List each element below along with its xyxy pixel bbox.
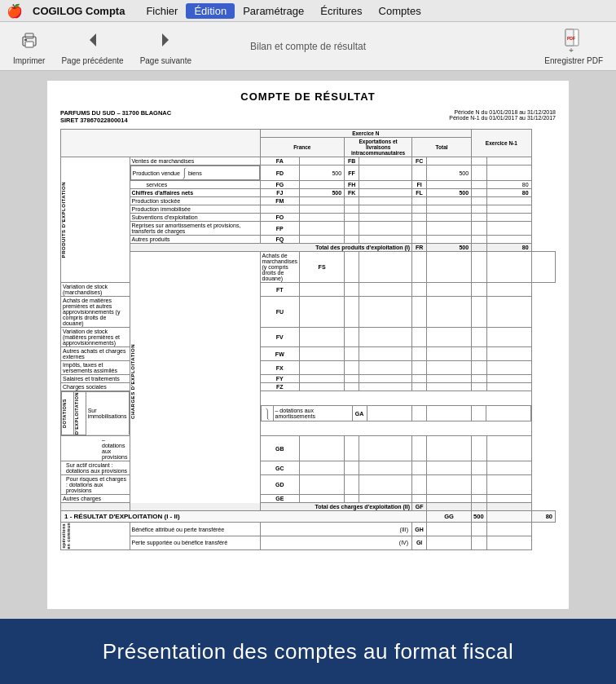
prod-biens-n1 bbox=[486, 165, 531, 181]
svg-marker-5 bbox=[162, 33, 169, 46]
prod-stockee-code: FM bbox=[260, 197, 300, 205]
prod-biens-export bbox=[359, 165, 412, 181]
printer-icon bbox=[16, 27, 42, 53]
period-n: Période N du 01/01/2018 au 31/12/2018 bbox=[449, 109, 556, 115]
svg-marker-10 bbox=[569, 50, 574, 52]
ca-total: 500 bbox=[427, 189, 472, 197]
ca-france: 500 bbox=[300, 189, 345, 197]
charges-rotated-label: CHARGES D'EXPLOITATION bbox=[130, 252, 260, 511]
svg-rect-2 bbox=[25, 42, 33, 47]
ventes-code-fa: FA bbox=[260, 157, 300, 165]
reprises-label: Reprises sur amortissements et provision… bbox=[130, 222, 260, 236]
next-label: Page suivante bbox=[140, 56, 191, 65]
ca-nets-row: Chiffres d'affaires nets FJ 500 FK FL 50… bbox=[61, 189, 556, 197]
col-export: Exportations etlivraisons intracommunaut… bbox=[345, 138, 412, 157]
prod-stockee-label: Production stockée bbox=[130, 197, 260, 205]
autres-achats-code: FW bbox=[260, 347, 300, 361]
menu-comptes[interactable]: Comptes bbox=[371, 5, 429, 17]
perte-supportee-code: GI bbox=[412, 536, 427, 549]
variation-stock-matieres-label: Variation de stock (matières premières e… bbox=[61, 328, 130, 347]
resultat-exploitation-label: 1 - RÉSULTAT D'EXPLOITATION (I - II) bbox=[61, 511, 427, 523]
next-page-button[interactable]: Page suivante bbox=[140, 27, 191, 65]
print-button[interactable]: Imprimer bbox=[13, 27, 45, 65]
period-n1: Période N-1 du 01/01/2017 au 31/12/2017 bbox=[449, 115, 556, 121]
ventes-code-fb: FB bbox=[345, 157, 359, 165]
prod-immobilisee-row: Production immobilisée bbox=[61, 205, 556, 214]
achats-matieres-label: Achats de matières premières et autres a… bbox=[61, 297, 130, 328]
prev-page-button[interactable]: Page précédente bbox=[61, 27, 123, 65]
svg-rect-1 bbox=[25, 33, 33, 38]
company-name: PARFUMS DU SUD – 31700 BLAGNAC bbox=[60, 109, 171, 117]
prod-vendue-biens-label: Production vendue ⎰ biens bbox=[130, 165, 260, 180]
main-content-area: COMPTE DE RÉSULTAT PARFUMS DU SUD – 3170… bbox=[0, 71, 616, 619]
prod-services-n1: 80 bbox=[486, 181, 531, 189]
period-info: Période N du 01/01/2018 au 31/12/2018 Pé… bbox=[449, 109, 556, 124]
document: COMPTE DE RÉSULTAT PARFUMS DU SUD – 3170… bbox=[47, 81, 569, 609]
total-produits-row: Total des produits d'exploitation (I) FR… bbox=[61, 244, 556, 252]
save-pdf-button[interactable]: PDF Enregistrer PDF bbox=[544, 27, 603, 65]
prod-biens-code-fd: FD bbox=[260, 165, 300, 181]
toolbar: Imprimer Page précédente Page suivante B… bbox=[0, 22, 616, 71]
total-charges-val bbox=[427, 503, 472, 511]
dotations-cell: DOTATIONS D'EXPLOITATION Sur immobilisat… bbox=[61, 391, 130, 436]
col-header-exercice-n1: Exercice N-1 bbox=[472, 130, 532, 157]
total-produits-label: Total des produits d'exploitation (I) bbox=[130, 244, 412, 252]
autres-produits-row: Autres produits FQ bbox=[61, 236, 556, 244]
reprises-code: FP bbox=[260, 222, 300, 236]
ca-code-fl: FL bbox=[412, 189, 427, 197]
achats-marchandises-label: Achats de marchandises (y compris droits… bbox=[260, 252, 300, 283]
charges-sociales-code: FZ bbox=[260, 383, 300, 391]
prod-services-france bbox=[300, 181, 345, 189]
benefice-attribue-row: opérationsen commun Bénéfice attribué ou… bbox=[61, 523, 556, 536]
document-title: COMPTE DE RÉSULTAT bbox=[60, 90, 556, 103]
bottom-banner: Présentation des comptes au format fisca… bbox=[0, 619, 616, 684]
charges-sociales-label: Charges sociales bbox=[61, 383, 130, 391]
actif-circulant-code: GC bbox=[260, 461, 300, 475]
section-produits-header: PRODUITS D'EXPLOITATION Ventes de marcha… bbox=[61, 157, 556, 165]
result-table: Exercice N Exercice N-1 France Exportati… bbox=[60, 129, 556, 550]
variation-stock-marchandises-label: Variation de stock (marchandises) bbox=[61, 283, 130, 297]
benefice-attribue-suffix: (III) bbox=[260, 523, 412, 536]
prod-biens-code-total bbox=[412, 165, 427, 181]
ca-export bbox=[359, 189, 412, 197]
menu-parametrage[interactable]: Paramétrage bbox=[235, 5, 312, 17]
prod-services-code-fg: FG bbox=[260, 181, 300, 189]
prod-services-label: services bbox=[130, 181, 260, 189]
apple-icon[interactable]: 🍎 bbox=[7, 3, 23, 19]
variation-stock-marc-code: FT bbox=[260, 283, 300, 297]
benefice-attribue-code: GH bbox=[412, 523, 427, 536]
resultat-exploitation-n1: 80 bbox=[531, 511, 555, 523]
total-charges-row: Total des charges d'exploitation (II) GF bbox=[61, 503, 556, 511]
col-header-exercice-n: Exercice N bbox=[260, 130, 472, 138]
toolbar-title: Bilan et compte de résultat bbox=[250, 41, 366, 52]
prod-services-export bbox=[359, 181, 412, 189]
dotations-provisions-code: GB bbox=[260, 436, 300, 461]
perte-supportee-suffix: (IV) bbox=[260, 536, 412, 549]
ventes-total bbox=[427, 157, 472, 165]
siret: SIRET 37867022800014 bbox=[60, 117, 171, 124]
prod-services-code-n1 bbox=[472, 181, 487, 189]
menu-fichier[interactable]: Fichier bbox=[138, 5, 186, 17]
risques-charges-code: GD bbox=[260, 475, 300, 495]
prod-biens-total: 500 bbox=[427, 165, 472, 181]
col-total: Total bbox=[412, 138, 472, 157]
subventions-label: Subventions d'exploitation bbox=[130, 214, 260, 222]
ventes-france bbox=[300, 157, 345, 165]
prod-biens-code-ff: FF bbox=[345, 165, 359, 181]
prod-stockee-row: Production stockée FM bbox=[61, 197, 556, 205]
benefice-attribue-label: Bénéfice attribué ou perte transférée bbox=[130, 523, 260, 536]
prod-vendue-biens-row: Production vendue ⎰ biens FD 500 FF 500 bbox=[61, 165, 556, 181]
svg-rect-3 bbox=[24, 39, 27, 41]
autres-produits-code: FQ bbox=[260, 236, 300, 244]
prod-immobilisee-code bbox=[260, 205, 300, 214]
col-header-empty bbox=[61, 130, 261, 157]
menu-edition[interactable]: Édition bbox=[186, 3, 235, 19]
menu-ecritures[interactable]: Écritures bbox=[312, 5, 370, 17]
total-produits-n1: 80 bbox=[486, 244, 531, 252]
resultat-exploitation-row: 1 - RÉSULTAT D'EXPLOITATION (I - II) GG … bbox=[61, 511, 556, 523]
prod-immobilisee-label: Production immobilisée bbox=[130, 205, 260, 214]
impots-taxes-code: FX bbox=[260, 361, 300, 375]
ca-code-fk: FK bbox=[345, 189, 359, 197]
ca-code-n1 bbox=[472, 189, 487, 197]
col-france: France bbox=[260, 138, 345, 157]
